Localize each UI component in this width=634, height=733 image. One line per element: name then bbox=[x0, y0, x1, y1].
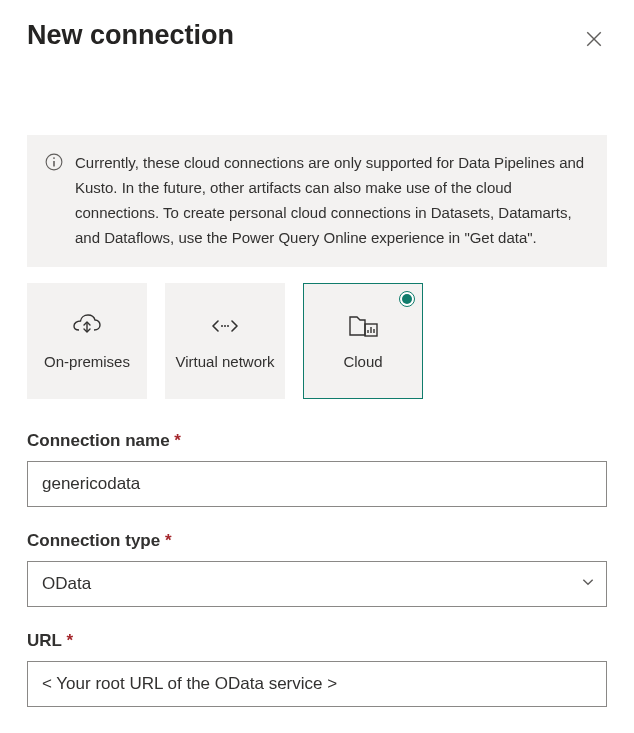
network-icon bbox=[212, 310, 238, 342]
field-label: URL * bbox=[27, 631, 607, 651]
field-url: URL * bbox=[27, 631, 607, 707]
tile-selected-indicator bbox=[399, 291, 415, 307]
dialog-header: New connection bbox=[27, 20, 607, 55]
svg-point-7 bbox=[224, 325, 226, 327]
folder-chart-icon bbox=[348, 310, 378, 342]
close-icon bbox=[585, 30, 603, 51]
connection-location-tiles: On-premises Virtual network bbox=[27, 283, 607, 399]
required-indicator: * bbox=[174, 431, 181, 450]
required-indicator: * bbox=[165, 531, 172, 550]
field-label: Connection name * bbox=[27, 431, 607, 451]
tile-label: On-premises bbox=[44, 352, 130, 372]
tile-label: Virtual network bbox=[176, 352, 275, 372]
required-indicator: * bbox=[66, 631, 73, 650]
svg-point-8 bbox=[227, 325, 229, 327]
url-input[interactable] bbox=[27, 661, 607, 707]
info-text: Currently, these cloud connections are o… bbox=[75, 151, 589, 251]
field-connection-name: Connection name * bbox=[27, 431, 607, 507]
info-icon bbox=[45, 153, 63, 251]
connection-type-select[interactable]: OData bbox=[27, 561, 607, 607]
cloud-sync-icon bbox=[72, 310, 102, 342]
close-button[interactable] bbox=[581, 26, 607, 55]
tile-label: Cloud bbox=[343, 352, 382, 372]
tile-cloud[interactable]: Cloud bbox=[303, 283, 423, 399]
svg-point-4 bbox=[53, 157, 55, 159]
connection-name-input[interactable] bbox=[27, 461, 607, 507]
tile-on-premises[interactable]: On-premises bbox=[27, 283, 147, 399]
field-connection-type: Connection type * OData bbox=[27, 531, 607, 607]
info-banner: Currently, these cloud connections are o… bbox=[27, 135, 607, 267]
tile-virtual-network[interactable]: Virtual network bbox=[165, 283, 285, 399]
dialog-title: New connection bbox=[27, 20, 234, 51]
field-label: Connection type * bbox=[27, 531, 607, 551]
svg-point-6 bbox=[221, 325, 223, 327]
